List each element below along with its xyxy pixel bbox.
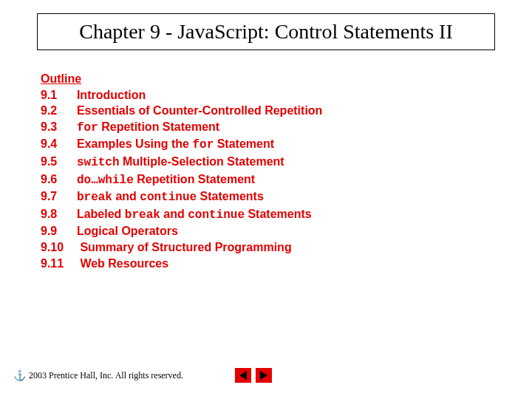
outline-list: 9.1 Introduction9.2 Essentials of Counte… [41, 87, 532, 272]
outline-keyword: for [192, 138, 214, 151]
outline-keyword: continue [140, 191, 197, 204]
outline-text: Statement [214, 137, 274, 150]
outline-row: 9.9 Logical Operators [41, 223, 532, 239]
outline-keyword: do…while [77, 174, 134, 187]
outline-keyword: switch [77, 156, 120, 169]
prev-button[interactable] [235, 368, 251, 383]
outline-row: 9.7 break and continue Statements [41, 188, 532, 206]
outline-keyword: break [125, 208, 160, 222]
outline-number: 9.9 [41, 225, 77, 237]
anchor-icon: ⚓ [13, 369, 26, 381]
outline-text: Statements [245, 208, 312, 220]
nav-buttons [235, 368, 272, 383]
outline-text: Statements [197, 190, 264, 202]
outline-number: 9.3 [41, 120, 77, 133]
outline-row: 9.11 Web Resources [41, 256, 532, 272]
outline-block: Outline 9.1 Introduction9.2 Essentials o… [41, 71, 532, 271]
outline-row: 9.3 for Repetition Statement [41, 119, 532, 137]
outline-keyword: for [77, 121, 98, 134]
outline-number: 9.1 [41, 89, 77, 101]
triangle-left-icon [239, 371, 247, 380]
outline-number: 9.8 [41, 208, 77, 220]
outline-number: 9.11 [41, 257, 80, 270]
outline-number: 9.2 [41, 104, 77, 117]
outline-number: 9.6 [41, 173, 77, 185]
outline-number: 9.5 [41, 155, 77, 168]
page-title: Chapter 9 - JavaScript: Control Statemen… [52, 20, 480, 44]
next-button[interactable] [256, 368, 272, 383]
outline-row: 9.8 Labeled break and continue Statement… [41, 206, 532, 224]
outline-row: 9.1 Introduction [41, 87, 532, 103]
copyright-text: 2003 Prentice Hall, Inc. All rights rese… [29, 370, 183, 381]
outline-text: Introduction [77, 89, 146, 101]
outline-keyword: continue [188, 208, 245, 222]
outline-row: 9.2 Essentials of Counter-Controlled Rep… [41, 103, 532, 119]
outline-number: 9.10 [41, 241, 80, 253]
outline-text: Multiple-Selection Statement [120, 155, 284, 168]
footer: ⚓ 2003 Prentice Hall, Inc. All rights re… [13, 368, 519, 383]
outline-text: Repetition Statement [98, 120, 219, 133]
outline-text: Summary of Structured Programming [80, 241, 291, 253]
outline-number: 9.7 [41, 190, 77, 202]
outline-text: Essentials of Counter-Controlled Repetit… [77, 104, 322, 117]
outline-number: 9.4 [41, 137, 77, 150]
outline-row: 9.5 switch Multiple-Selection Statement [41, 154, 532, 171]
outline-text: Examples Using the [77, 137, 193, 150]
outline-heading: Outline [41, 71, 532, 87]
outline-text: Repetition Statement [134, 173, 255, 185]
triangle-right-icon [260, 371, 267, 380]
outline-text: Logical Operators [77, 225, 178, 237]
outline-keyword: break [77, 191, 112, 204]
outline-text: and [112, 190, 140, 202]
outline-row: 9.10 Summary of Structured Programming [41, 239, 532, 256]
title-box: Chapter 9 - JavaScript: Control Statemen… [37, 13, 495, 50]
outline-row: 9.4 Examples Using the for Statement [41, 136, 532, 154]
outline-text: Web Resources [80, 257, 168, 270]
outline-text: Labeled [77, 208, 125, 220]
outline-row: 9.6 do…while Repetition Statement [41, 171, 532, 189]
outline-text: and [160, 208, 188, 220]
